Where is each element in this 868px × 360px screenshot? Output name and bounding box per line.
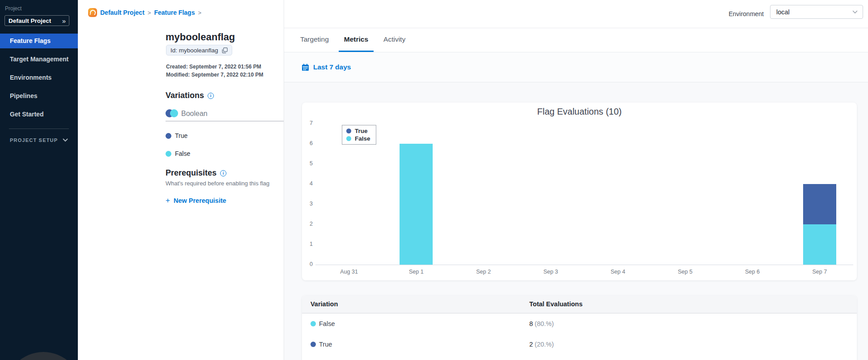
column-header-total-evaluations: Total Evaluations (529, 296, 583, 313)
flag-detail-panel: Default Project>Feature Flags> myboolean… (78, 0, 284, 360)
variation-color-dot (166, 133, 171, 139)
breadcrumb-link-feature-flags[interactable]: Feature Flags (154, 9, 195, 16)
flag-title: mybooleanflag (166, 31, 235, 43)
total-count: 8 (529, 320, 535, 327)
tab-metrics[interactable]: Metrics (339, 28, 374, 52)
flag-tabs: TargetingMetricsActivity (284, 28, 868, 52)
breadcrumb: Default Project>Feature Flags> (88, 8, 201, 17)
y-axis-tick-4: 4 (303, 180, 313, 187)
project-label: Project (5, 5, 21, 12)
legend-dot-false (346, 136, 351, 141)
chart-title: Flag Evaluations (10) (302, 107, 857, 117)
copy-icon[interactable] (222, 47, 228, 53)
environment-header-row: Environment local (284, 0, 868, 28)
x-axis-label-sep-2: Sep 2 (457, 269, 511, 275)
legend-entry-false: False (346, 135, 370, 142)
flag-evaluations-chart-card: Flag Evaluations (10) 01234567Aug 31Sep … (302, 103, 857, 280)
tab-activity[interactable]: Activity (378, 28, 411, 52)
date-range-button[interactable]: Last 7 days (284, 52, 868, 82)
x-axis-label-sep-7: Sep 7 (793, 269, 847, 275)
sidebar-item-environments[interactable]: Environments (0, 70, 78, 85)
table-cell-variation: True (319, 334, 332, 355)
boolean-type-icon (166, 109, 179, 118)
prerequisites-heading: Prerequisites (166, 168, 217, 178)
table-cell-total: 2 (20.%) (529, 334, 554, 355)
project-name: Default Project (9, 17, 51, 24)
column-header-variation: Variation (311, 296, 338, 313)
breadcrumb-link-default-project[interactable]: Default Project (100, 9, 145, 16)
x-axis-label-aug-31: Aug 31 (322, 269, 376, 275)
info-icon[interactable]: i (220, 170, 226, 176)
sidebar-item-pipelines[interactable]: Pipelines (0, 89, 78, 103)
y-axis-tick-1: 1 (303, 241, 313, 247)
variation-color-dot (311, 342, 316, 347)
variation-type-label: Boolean (181, 110, 208, 118)
table-body: False8 (80.%)True2 (20.%) (302, 313, 857, 355)
sidebar-nav: Feature FlagsTarget ManagementEnvironmen… (0, 34, 78, 125)
variation-name: False (175, 150, 190, 157)
bar-sep-7-true[interactable] (803, 184, 836, 224)
breadcrumb-separator: > (148, 9, 151, 16)
legend-dot-true (346, 129, 351, 133)
feature-flags-logo-icon (88, 8, 97, 17)
y-axis-tick-2: 2 (303, 221, 313, 227)
total-percent: (80.%) (535, 320, 554, 327)
flag-id-text: Id: mybooleanflag (170, 47, 218, 54)
total-count: 2 (529, 341, 535, 348)
table-cell-total: 8 (80.%) (529, 313, 554, 334)
info-icon[interactable]: i (208, 93, 214, 99)
variation-color-dot (311, 321, 316, 326)
app-root: Project Default Project » Feature FlagsT… (0, 0, 868, 360)
resource-center-widget[interactable] (5, 352, 78, 360)
chart-plot-area: 01234567Aug 31Sep 1Sep 2Sep 3Sep 4Sep 5S… (315, 124, 853, 265)
double-chevron-icon: » (62, 17, 65, 25)
sidebar-item-target-management[interactable]: Target Management (0, 52, 78, 67)
new-prerequisite-button[interactable]: + New Prerequisite (166, 197, 226, 204)
environment-select[interactable]: local (770, 5, 863, 19)
bar-sep-7-false[interactable] (803, 224, 836, 265)
flag-id-chip: Id: mybooleanflag (166, 45, 232, 56)
date-range-label: Last 7 days (313, 63, 351, 71)
chart-legend: TrueFalse (342, 125, 376, 145)
chevron-down-icon (63, 138, 68, 142)
x-axis-label-sep-6: Sep 6 (726, 269, 779, 275)
sidebar: Project Default Project » Feature FlagsT… (0, 0, 78, 360)
y-axis-tick-5: 5 (303, 160, 313, 167)
tab-targeting[interactable]: Targeting (295, 28, 334, 52)
sidebar-divider (9, 129, 69, 129)
modified-timestamp: Modified: September 7, 2022 02:10 PM (166, 72, 263, 78)
evaluations-table-card: Variation Total Evaluations False8 (80.%… (302, 296, 857, 360)
table-row-false: False8 (80.%) (302, 313, 857, 334)
sidebar-section-project-setup[interactable]: PROJECT SETUP (10, 137, 68, 143)
sidebar-item-feature-flags[interactable]: Feature Flags (0, 34, 78, 48)
x-axis-label-sep-5: Sep 5 (658, 269, 712, 275)
legend-label: True (355, 128, 368, 134)
new-prerequisite-label: New Prerequisite (174, 197, 226, 204)
table-row-true: True2 (20.%) (302, 334, 857, 355)
environment-value: local (776, 9, 790, 16)
table-cell-variation: False (319, 313, 335, 334)
variation-name: True (175, 132, 187, 139)
metrics-content: Flag Evaluations (10) 01234567Aug 31Sep … (284, 82, 868, 360)
y-axis-tick-3: 3 (303, 201, 313, 207)
prerequisites-subtitle: What's required before enabling this fla… (166, 180, 269, 187)
bar-sep-1-false[interactable] (400, 144, 433, 265)
prerequisites-section-header: Prerequisites i (166, 168, 226, 178)
x-axis-label-sep-4: Sep 4 (591, 269, 645, 275)
created-timestamp: Created: September 7, 2022 01:56 PM (166, 64, 261, 70)
legend-entry-true: True (346, 128, 370, 134)
project-switcher[interactable]: Default Project » (4, 15, 69, 26)
x-axis-label-sep-3: Sep 3 (524, 269, 578, 275)
variations-heading: Variations (166, 91, 204, 100)
breadcrumb-separator: > (198, 9, 201, 16)
legend-label: False (355, 135, 370, 142)
variation-color-dot (166, 151, 171, 157)
sidebar-item-get-started[interactable]: Get Started (0, 107, 78, 122)
total-percent: (20.%) (535, 341, 554, 348)
y-axis-tick-7: 7 (303, 120, 313, 126)
plus-icon: + (166, 197, 170, 204)
project-setup-label: PROJECT SETUP (10, 137, 58, 143)
table-header-row: Variation Total Evaluations (302, 296, 857, 313)
environment-panel: Environment local TargetingMetricsActivi… (284, 0, 868, 360)
y-axis-tick-6: 6 (303, 140, 313, 146)
